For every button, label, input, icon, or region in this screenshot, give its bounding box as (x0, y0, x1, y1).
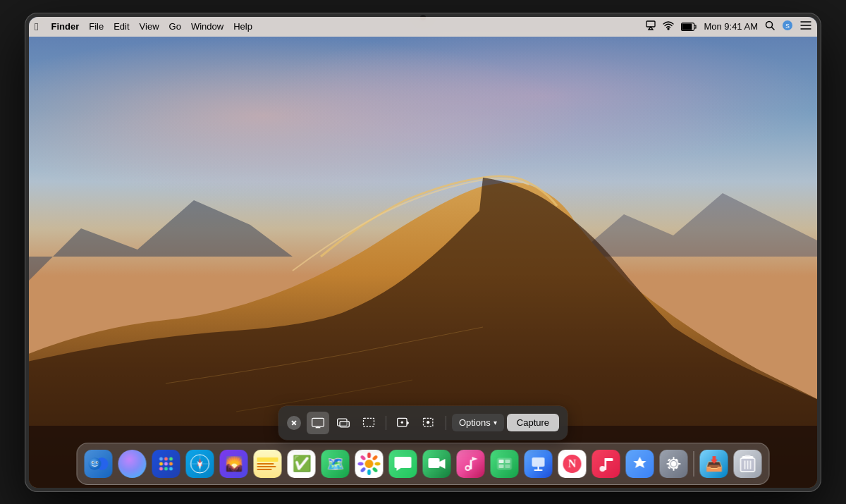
menubar-left:  Finder File Edit View Go Window Help (35, 20, 252, 32)
toolbar-separator-2 (446, 416, 446, 430)
svg-rect-80 (667, 463, 670, 465)
svg-text:S: S (785, 23, 790, 30)
svg-rect-5 (646, 21, 655, 27)
svg-rect-67 (505, 465, 510, 468)
menu-file[interactable]: File (89, 21, 104, 32)
dock-item-facetime[interactable] (422, 448, 453, 479)
options-button[interactable]: Options ▾ (452, 414, 504, 431)
menu-help[interactable]: Help (233, 21, 252, 32)
dock-item-keynote[interactable] (523, 448, 554, 479)
svg-rect-79 (673, 468, 675, 471)
menubar:  Finder File Edit View Go Window Help (29, 17, 817, 37)
battery-icon[interactable] (681, 23, 697, 31)
svg-point-41 (164, 467, 168, 470)
airplay-icon[interactable] (646, 20, 656, 32)
apple-menu[interactable]:  (35, 20, 38, 32)
svg-marker-62 (472, 457, 478, 461)
dock-item-airdrop[interactable]: 📥 (699, 448, 730, 479)
svg-rect-21 (363, 418, 374, 426)
dock-item-finder[interactable] (83, 448, 114, 479)
siri-icon[interactable]: S (782, 20, 793, 33)
dock-item-maps[interactable]: 🗺️ (320, 448, 351, 479)
svg-point-36 (169, 457, 173, 460)
svg-line-10 (772, 27, 775, 30)
menubar-right: Mon 9:41 AM S (646, 20, 811, 33)
svg-point-60 (467, 467, 470, 469)
svg-rect-8 (682, 23, 692, 30)
capture-selected-window-button[interactable] (332, 412, 355, 434)
control-center-icon[interactable] (800, 20, 811, 32)
svg-point-42 (169, 467, 173, 470)
app-name[interactable]: Finder (51, 21, 79, 32)
capture-entire-screen-button[interactable] (307, 412, 329, 434)
svg-point-73 (600, 466, 606, 472)
clock[interactable]: Mon 9:41 AM (704, 21, 758, 32)
svg-point-34 (159, 457, 163, 460)
dock-item-app-store[interactable] (625, 448, 656, 479)
dock-item-launchpad[interactable] (151, 448, 182, 479)
screen:  Finder File Edit View Go Window Help (29, 17, 817, 488)
svg-point-48 (365, 460, 374, 468)
close-button[interactable] (287, 416, 301, 430)
svg-marker-58 (440, 459, 446, 469)
svg-point-40 (159, 467, 163, 470)
svg-point-55 (358, 462, 364, 465)
svg-point-37 (159, 462, 163, 465)
svg-point-24 (401, 421, 403, 423)
svg-point-50 (372, 454, 378, 460)
dock-item-music[interactable] (591, 448, 622, 479)
svg-rect-78 (673, 457, 675, 460)
menu-edit[interactable]: Edit (114, 21, 129, 32)
svg-point-51 (375, 462, 381, 465)
capture-button[interactable]: Capture (507, 414, 559, 431)
svg-point-53 (367, 469, 371, 475)
dock-item-siri[interactable] (117, 448, 148, 479)
svg-point-49 (367, 453, 371, 458)
svg-rect-20 (340, 421, 349, 426)
dock-item-messages[interactable] (388, 448, 419, 479)
capture-selected-portion-button[interactable] (357, 412, 380, 434)
svg-rect-66 (499, 465, 504, 468)
dock-item-trash[interactable] (732, 448, 764, 479)
toolbar-separator (386, 416, 386, 430)
record-entire-screen-button[interactable] (392, 412, 415, 434)
dock-item-system-preferences[interactable] (658, 448, 689, 479)
svg-rect-81 (678, 463, 681, 465)
svg-point-76 (671, 461, 677, 467)
svg-rect-16 (312, 418, 324, 426)
dock-item-reminders[interactable]: ✅ (286, 448, 317, 479)
svg-rect-68 (532, 457, 545, 467)
options-chevron-icon: ▾ (494, 419, 497, 426)
dock-separator (694, 451, 694, 477)
dock-item-photos[interactable] (354, 448, 385, 479)
svg-point-29 (89, 457, 102, 470)
svg-point-38 (164, 462, 168, 465)
menu-go[interactable]: Go (169, 21, 181, 32)
menu-window[interactable]: Window (191, 21, 223, 32)
menu-view[interactable]: View (140, 21, 159, 32)
svg-point-39 (169, 462, 173, 465)
svg-point-35 (164, 457, 168, 460)
svg-rect-3 (29, 17, 817, 214)
svg-rect-61 (470, 460, 472, 469)
dock-item-safari[interactable] (185, 448, 216, 479)
svg-point-56 (360, 454, 366, 460)
svg-rect-65 (505, 460, 510, 463)
svg-rect-57 (429, 458, 440, 468)
dock-item-itunes[interactable] (455, 448, 486, 479)
svg-point-54 (360, 466, 366, 472)
dock-item-photos-screensaver[interactable]: 🌄 (219, 448, 250, 479)
svg-rect-64 (499, 460, 504, 463)
record-selected-portion-button[interactable] (417, 412, 440, 434)
dock-item-news[interactable]: N (557, 448, 588, 479)
svg-marker-23 (407, 420, 409, 425)
dock-item-notes[interactable] (252, 448, 283, 479)
svg-text:N: N (568, 457, 577, 469)
wifi-icon[interactable] (663, 20, 674, 32)
svg-point-32 (92, 462, 93, 463)
search-icon[interactable] (765, 20, 775, 32)
svg-point-33 (97, 462, 97, 463)
svg-point-26 (427, 421, 429, 424)
svg-rect-75 (605, 458, 613, 461)
dock-item-numbers[interactable] (489, 448, 520, 479)
